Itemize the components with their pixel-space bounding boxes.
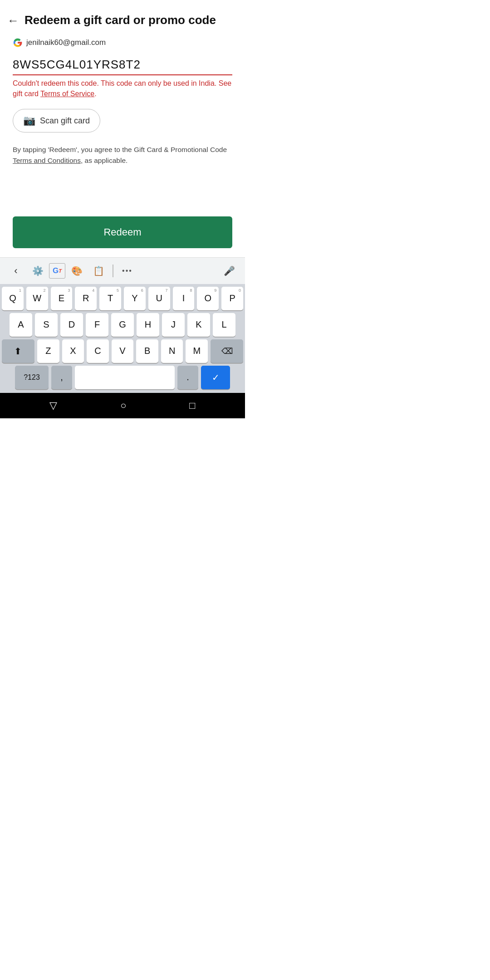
key-s[interactable]: S — [35, 313, 58, 337]
scan-button-label: Scan gift card — [40, 116, 90, 126]
key-k[interactable]: K — [187, 313, 210, 337]
key-b[interactable]: B — [136, 339, 158, 363]
camera-icon: 📷 — [23, 115, 35, 127]
keyboard-more-button[interactable]: ••• — [117, 261, 138, 280]
key-a[interactable]: A — [10, 313, 32, 337]
keyboard-toolbar: ‹ ⚙️ GT 🎨 📋 ••• 🎤 — [0, 257, 245, 284]
period-key[interactable]: . — [177, 366, 198, 389]
scan-gift-card-button[interactable]: 📷 Scan gift card — [13, 109, 100, 132]
key-w[interactable]: W2 — [26, 287, 48, 310]
keyboard-back-button[interactable]: ‹ — [5, 261, 26, 280]
shift-icon: ⬆ — [14, 346, 22, 357]
keyboard: Q1 W2 E3 R4 T5 Y6 U7 I8 O9 P0 A S D F G … — [0, 284, 245, 393]
key-v[interactable]: V — [112, 339, 134, 363]
nav-back-icon[interactable]: ▽ — [49, 400, 57, 412]
main-content: jenilnaik60@gmail.com Couldn't redeem th… — [0, 33, 245, 257]
nav-recent-icon[interactable]: □ — [189, 400, 195, 412]
keyboard-row-2: A S D F G H J K L — [2, 313, 243, 337]
keyboard-divider — [113, 265, 113, 277]
terms-of-service-link[interactable]: Terms of Service — [40, 90, 94, 98]
key-u[interactable]: U7 — [148, 287, 170, 310]
keyboard-row-3: ⬆ Z X C V B N M ⌫ — [2, 339, 243, 363]
key-i[interactable]: I8 — [173, 287, 195, 310]
symbols-key[interactable]: ?123 — [15, 366, 49, 389]
terms-text: By tapping 'Redeem', you agree to the Gi… — [13, 144, 232, 166]
redeem-button[interactable]: Redeem — [13, 216, 232, 248]
account-row: jenilnaik60@gmail.com — [13, 38, 232, 48]
terms-and-conditions-link[interactable]: Terms and Conditions — [13, 157, 81, 164]
keyboard-clipboard-button[interactable]: 📋 — [88, 261, 109, 280]
account-email: jenilnaik60@gmail.com — [26, 38, 106, 47]
keyboard-theme-button[interactable]: 🎨 — [66, 261, 87, 280]
key-e[interactable]: E3 — [51, 287, 73, 310]
nav-home-icon[interactable]: ○ — [120, 400, 126, 412]
key-z[interactable]: Z — [37, 339, 59, 363]
comma-key[interactable]: , — [51, 366, 72, 389]
code-input[interactable] — [13, 56, 232, 75]
key-j[interactable]: J — [162, 313, 185, 337]
keyboard-settings-button[interactable]: ⚙️ — [27, 261, 48, 280]
key-h[interactable]: H — [137, 313, 159, 337]
key-n[interactable]: N — [161, 339, 183, 363]
terms-text-before: By tapping 'Redeem', you agree to the Gi… — [13, 146, 227, 153]
key-m[interactable]: M — [186, 339, 208, 363]
space-key[interactable] — [75, 366, 175, 389]
keyboard-mic-button[interactable]: 🎤 — [219, 261, 240, 280]
key-l[interactable]: L — [213, 313, 235, 337]
error-suffix: . — [94, 90, 96, 98]
key-x[interactable]: X — [62, 339, 84, 363]
key-o[interactable]: O9 — [197, 287, 219, 310]
keyboard-row-1: Q1 W2 E3 R4 T5 Y6 U7 I8 O9 P0 — [2, 287, 243, 310]
key-p[interactable]: P0 — [221, 287, 243, 310]
backspace-key[interactable]: ⌫ — [211, 339, 243, 363]
key-g[interactable]: G — [111, 313, 134, 337]
key-q[interactable]: Q1 — [2, 287, 24, 310]
error-message: Couldn't redeem this code. This code can… — [13, 78, 232, 99]
back-button[interactable]: ← — [7, 14, 19, 28]
nav-bar: ▽ ○ □ — [0, 393, 245, 418]
key-d[interactable]: D — [60, 313, 83, 337]
google-logo-icon — [13, 38, 23, 48]
key-y[interactable]: Y6 — [124, 287, 146, 310]
shift-key[interactable]: ⬆ — [2, 339, 34, 363]
terms-text-after: , as applicable. — [81, 157, 127, 164]
keyboard-translate-button[interactable]: GT — [49, 263, 65, 279]
key-f[interactable]: F — [86, 313, 108, 337]
keyboard-row-4: ?123 , . ✓ — [2, 366, 243, 389]
confirm-key[interactable]: ✓ — [201, 366, 230, 389]
key-r[interactable]: R4 — [75, 287, 97, 310]
page-title: Redeem a gift card or promo code — [24, 13, 216, 28]
key-c[interactable]: C — [87, 339, 109, 363]
header: ← Redeem a gift card or promo code — [0, 0, 245, 33]
key-t[interactable]: T5 — [99, 287, 121, 310]
code-input-wrapper — [13, 56, 232, 75]
